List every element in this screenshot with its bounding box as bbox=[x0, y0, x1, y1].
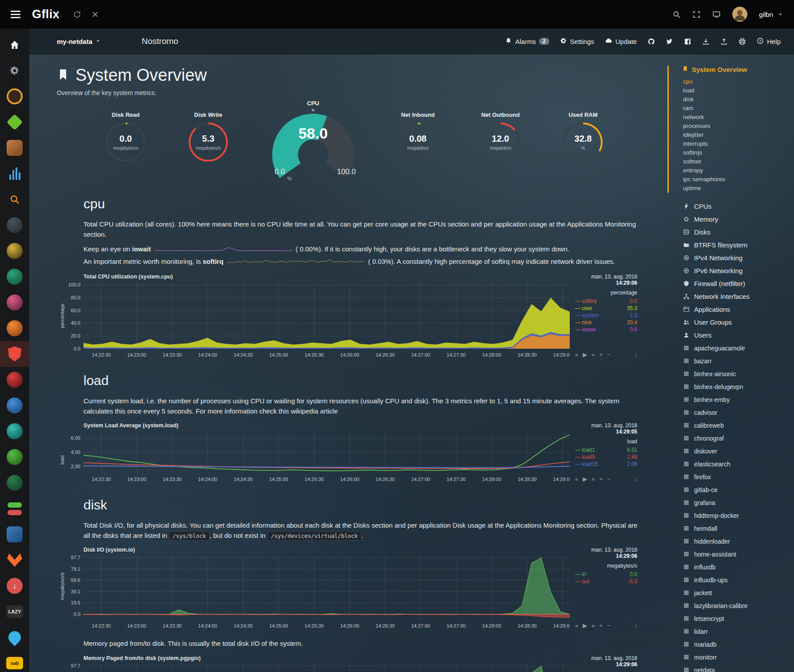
menu-subitem-entropy[interactable]: entropy bbox=[683, 166, 794, 175]
menu-app-firefox[interactable]: firefox bbox=[682, 470, 794, 483]
app-shortcut-1[interactable] bbox=[0, 84, 29, 109]
menu-app-influxdb-ups[interactable]: influxdb-ups bbox=[682, 573, 794, 586]
resize-handle-icon[interactable]: ↕ bbox=[635, 351, 638, 358]
pan-forward-icon[interactable]: » bbox=[592, 476, 595, 482]
menu-subitem-disk[interactable]: disk bbox=[683, 95, 794, 104]
menu-subitem-softnet[interactable]: softnet bbox=[683, 157, 794, 166]
app-shortcut-5[interactable] bbox=[0, 187, 29, 212]
app-shortcut-19[interactable] bbox=[0, 547, 29, 573]
gauge-disk-write[interactable]: Disk Write5.3megabytes/s bbox=[179, 111, 237, 163]
chart-canvas[interactable]: 14:22:3014:23:0014:23:3014:24:0014:24:30… bbox=[59, 281, 570, 360]
upload-icon[interactable] bbox=[720, 38, 728, 45]
update-button[interactable]: Update bbox=[605, 37, 637, 46]
app-shortcut-20[interactable]: ↓ bbox=[0, 573, 29, 599]
menu-app-heimdall[interactable]: heimdall bbox=[682, 522, 794, 535]
pan-forward-icon[interactable]: » bbox=[592, 622, 595, 629]
menu-app-netdata[interactable]: netdata bbox=[682, 664, 794, 672]
section-heading-disk[interactable]: disk bbox=[83, 497, 667, 513]
menu-section-users[interactable]: Users bbox=[682, 329, 794, 342]
play-icon[interactable]: ▶ bbox=[583, 476, 587, 482]
chart-canvas[interactable]: 14:22:3014:23:0014:23:3014:24:0014:24:30… bbox=[59, 663, 570, 672]
alarms-button[interactable]: Alarms 2 bbox=[505, 37, 549, 46]
menu-section-disks[interactable]: Disks bbox=[682, 226, 794, 239]
menu-app-diskover[interactable]: diskover bbox=[682, 445, 794, 457]
menu-section-applications[interactable]: Applications bbox=[682, 303, 794, 316]
play-icon[interactable]: ▶ bbox=[583, 351, 587, 358]
pan-forward-icon[interactable]: » bbox=[592, 351, 595, 358]
zoom-in-icon[interactable]: + bbox=[599, 351, 603, 358]
applications-monitoring-link[interactable]: Applications Monitoring bbox=[506, 521, 575, 529]
legend-item-load5[interactable]: — load52.68 bbox=[575, 453, 637, 461]
menu-subitem-ram[interactable]: ram bbox=[683, 104, 794, 113]
app-shortcut-18[interactable] bbox=[0, 521, 29, 547]
legend-item-load1[interactable]: — load16.51 bbox=[575, 446, 637, 453]
app-shortcut-15[interactable] bbox=[0, 444, 29, 470]
cpus-section-link[interactable]: CPUs bbox=[429, 220, 446, 228]
menu-section-ipv4-networking[interactable]: IPv4 Networking bbox=[682, 251, 794, 264]
menu-app-hddtemp-docker[interactable]: hddtemp-docker bbox=[682, 509, 794, 522]
menu-app-letsencrypt[interactable]: letsencrypt bbox=[682, 612, 794, 625]
menu-item-system-overview[interactable]: System Overview bbox=[682, 66, 794, 73]
app-shortcut-9[interactable] bbox=[0, 290, 29, 315]
menu-subitem-interrupts[interactable]: interrupts bbox=[683, 139, 794, 148]
menu-subitem-processes[interactable]: processes bbox=[683, 122, 794, 131]
app-shortcut-22[interactable] bbox=[0, 624, 29, 650]
app-shortcut-11[interactable] bbox=[0, 341, 29, 367]
menu-section-memory[interactable]: Memory bbox=[682, 213, 794, 226]
app-shortcut-4[interactable] bbox=[0, 161, 29, 187]
menu-app-cadvisor[interactable]: cadvisor bbox=[682, 406, 794, 419]
legend-item-user[interactable]: — user35.3 bbox=[575, 305, 637, 312]
app-shortcut-12[interactable] bbox=[0, 367, 29, 393]
resize-handle-icon[interactable]: ↕ bbox=[635, 476, 638, 482]
refresh-tab-icon[interactable] bbox=[73, 10, 81, 19]
softirq-sparkline[interactable] bbox=[227, 257, 365, 267]
pan-backward-icon[interactable]: « bbox=[575, 476, 578, 482]
resize-handle-icon[interactable]: ↕ bbox=[635, 622, 638, 629]
print-icon[interactable] bbox=[738, 38, 746, 45]
menu-subitem-ipc-semaphores[interactable]: ipc semaphores bbox=[683, 175, 794, 184]
app-shortcut-2[interactable] bbox=[0, 109, 29, 135]
legend-item-out[interactable]: — out-5.3 bbox=[575, 578, 637, 585]
chart-canvas[interactable]: 14:22:3014:23:0014:23:3014:24:0014:24:30… bbox=[59, 430, 570, 484]
menu-section-user-groups[interactable]: User Groups bbox=[682, 316, 794, 329]
disks-section-link[interactable]: Disks bbox=[353, 521, 370, 529]
zoom-out-icon[interactable]: − bbox=[607, 351, 611, 358]
menu-section-btrfs-filesystem[interactable]: BTRFS filesystem bbox=[682, 239, 794, 251]
menu-app-jackett[interactable]: jackett bbox=[682, 586, 794, 599]
menu-app-gitlab-ce[interactable]: gitlab-ce bbox=[682, 483, 794, 496]
app-shortcut-7[interactable] bbox=[0, 238, 29, 264]
display-icon[interactable] bbox=[712, 10, 721, 19]
app-shortcut-17[interactable] bbox=[0, 496, 29, 521]
menu-app-binhex-delugevpn[interactable]: binhex-delugevpn bbox=[682, 380, 794, 393]
menu-app-binhex-emby[interactable]: binhex-emby bbox=[682, 393, 794, 406]
user-avatar[interactable] bbox=[732, 7, 747, 22]
settings-shortcut[interactable] bbox=[0, 58, 29, 84]
legend-item-in[interactable]: — in0.0 bbox=[575, 571, 637, 578]
menu-app-binhex-airsonic[interactable]: binhex-airsonic bbox=[682, 367, 794, 380]
legend-item-system[interactable]: — system2.3 bbox=[575, 312, 637, 319]
menu-subitem-uptime[interactable]: uptime bbox=[683, 184, 794, 193]
app-shortcut-21[interactable]: LAZY bbox=[0, 599, 29, 624]
zoom-out-icon[interactable]: − bbox=[607, 622, 611, 629]
menu-subitem-network[interactable]: network bbox=[683, 113, 794, 122]
menu-app-influxdb[interactable]: influxdb bbox=[682, 561, 794, 573]
twitter-icon[interactable] bbox=[666, 38, 673, 45]
section-heading-cpu[interactable]: cpu bbox=[83, 196, 667, 211]
gauge-disk-read[interactable]: Disk Read0.0megabytes/s bbox=[97, 111, 155, 163]
app-shortcut-10[interactable] bbox=[0, 315, 29, 341]
section-heading-load[interactable]: load bbox=[83, 373, 667, 388]
menu-app-lazylibrarian-calibre[interactable]: lazylibrarian-calibre bbox=[682, 599, 794, 612]
chart-canvas[interactable]: 14:22:3014:23:0014:23:3014:24:0014:24:30… bbox=[59, 554, 570, 631]
fullscreen-icon[interactable] bbox=[692, 10, 701, 19]
play-icon[interactable]: ▶ bbox=[583, 622, 587, 629]
pan-backward-icon[interactable]: « bbox=[575, 622, 578, 629]
legend-item-softirq[interactable]: — softirq0.0 bbox=[575, 298, 637, 305]
wikipedia-link[interactable]: wikipedia article bbox=[291, 407, 338, 415]
app-shortcut-6[interactable] bbox=[0, 212, 29, 238]
menu-subitem-softirqs[interactable]: softirqs bbox=[683, 148, 794, 157]
iowait-sparkline[interactable] bbox=[155, 244, 292, 255]
legend-item-nice[interactable]: — nice20.4 bbox=[575, 319, 637, 326]
menu-section-firewall-netfilter-[interactable]: Firewall (netfilter) bbox=[682, 277, 794, 290]
user-menu-caret-icon[interactable] bbox=[778, 12, 783, 17]
app-shortcut-8[interactable] bbox=[0, 264, 29, 290]
